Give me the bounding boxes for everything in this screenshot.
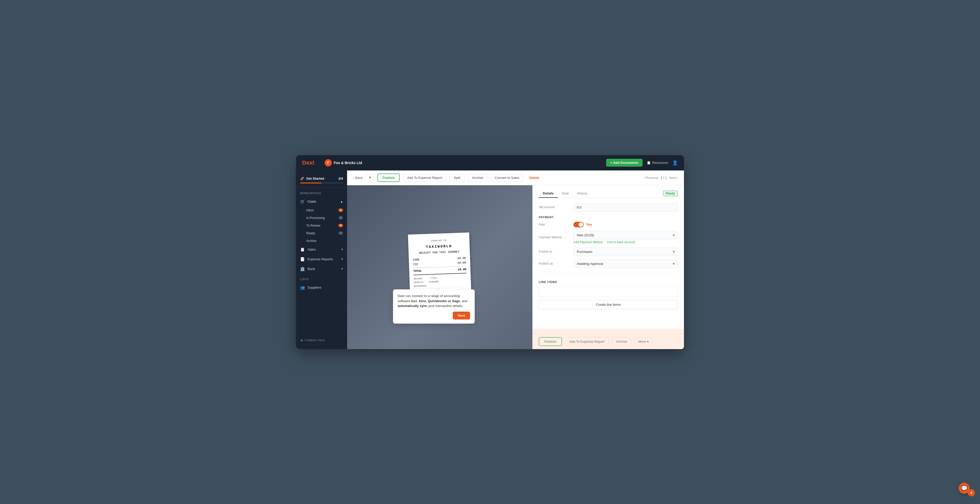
net-amount-input[interactable] xyxy=(573,203,678,211)
previous-button[interactable]: ‹ Previous xyxy=(643,176,659,180)
in-processing-label: In Processing xyxy=(306,216,325,220)
sidebar-item-ready[interactable]: Ready 0 xyxy=(296,229,347,237)
receipt-title: RECEIPT FOR TAXI JOURNEY xyxy=(413,249,466,256)
tab-note[interactable]: Note xyxy=(558,189,573,198)
sidebar-item-to-review[interactable]: To Review 1 xyxy=(296,222,347,229)
powered-by: powered by xyxy=(412,238,465,243)
panel-content: Net Amount PAYMENT Paid Yes xyxy=(533,198,684,334)
bottom-publish-button[interactable]: Publish xyxy=(539,337,562,346)
document-area: powered by TAXIWORLD RECEIPT FOR TAXI JO… xyxy=(347,185,684,349)
archive-button-toolbar[interactable]: Archive xyxy=(468,174,487,182)
payment-method-select[interactable]: New (5129) xyxy=(573,231,678,239)
company-selector[interactable]: F Fox & Bricks Ltd xyxy=(325,159,362,166)
back-button[interactable]: ‹ Back xyxy=(353,176,363,180)
tab-history[interactable]: History xyxy=(573,189,591,198)
back-arrow-icon: ‹ xyxy=(353,176,354,180)
get-started-label: Get Started xyxy=(306,176,324,180)
payment-links: Add Payment Method Link to bank account xyxy=(573,240,678,244)
user-menu-icon[interactable]: 👤 xyxy=(672,160,678,165)
ready-label: Ready xyxy=(306,231,315,235)
flag-button[interactable]: ⚑ xyxy=(366,174,374,181)
ready-badge: 0 xyxy=(339,231,343,235)
costs-icon: 🛒 xyxy=(300,199,305,204)
to-review-badge: 1 xyxy=(339,224,343,227)
expense-reports-icon: 📑 xyxy=(300,257,305,262)
app-logo: Dext xyxy=(302,159,314,166)
tab-details[interactable]: Details xyxy=(539,189,558,198)
delete-button[interactable]: Delete xyxy=(527,174,542,181)
more-button[interactable]: More ▾ xyxy=(635,337,652,346)
sidebar-item-sales[interactable]: 📋 Sales ▾ xyxy=(296,245,347,254)
publish-as-select[interactable]: Awaiting Approval xyxy=(573,259,678,268)
sidebar-item-expense-reports[interactable]: 📑 Expense Reports ▾ xyxy=(296,254,347,264)
resources-icon: 📋 xyxy=(647,161,651,165)
bank-icon: 🏦 xyxy=(300,267,305,271)
content-area: ‹ Back ⚑ Publish Add To Expense Report S… xyxy=(347,170,684,349)
sales-icon: 📋 xyxy=(300,247,305,252)
expense-reports-chevron-icon: ▾ xyxy=(342,258,343,261)
bottom-add-expense-button[interactable]: Add To Expense Report xyxy=(565,337,609,346)
link-bank-account-link[interactable]: Link to bank account xyxy=(607,240,635,244)
sidebar-item-archive[interactable]: Archive xyxy=(296,237,347,245)
payment-method-label: Payment Method xyxy=(539,235,570,239)
add-documents-button[interactable]: + Add Documents xyxy=(606,159,642,167)
create-line-items-button[interactable]: Create line items xyxy=(539,300,678,309)
publish-button-toolbar[interactable]: Publish xyxy=(377,173,400,182)
sales-label: Sales xyxy=(307,248,316,251)
paid-row: Paid Yes xyxy=(539,222,678,227)
tooltip-next-button[interactable]: Next xyxy=(453,312,470,320)
sales-chevron-icon: ▾ xyxy=(342,248,343,251)
receipt-area: powered by TAXIWORLD RECEIPT FOR TAXI JO… xyxy=(347,185,532,349)
inbox-badge: 1 xyxy=(339,208,343,212)
add-payment-method-link[interactable]: Add Payment Method xyxy=(573,240,603,244)
sidebar: 🚀 Get Started 2/4 WORKSPACES 🛒 Costs ▲ I… xyxy=(296,170,347,349)
resources-button[interactable]: 📋 Resources xyxy=(647,161,668,165)
sidebar-item-suppliers[interactable]: 👥 Suppliers xyxy=(296,283,347,293)
sidebar-item-costs[interactable]: 🛒 Costs ▲ xyxy=(296,197,347,207)
paid-yes-text: Yes xyxy=(586,223,592,226)
line-items-section: LINE ITEMS Create line items xyxy=(539,272,678,309)
workspaces-label: WORKSPACES xyxy=(296,192,347,197)
sidebar-item-in-processing[interactable]: In Processing 0 xyxy=(296,214,347,222)
inbox-label: Inbox xyxy=(306,208,313,212)
lists-label: LISTS xyxy=(296,278,347,283)
paid-toggle[interactable] xyxy=(573,222,584,227)
chat-icon: 💬 xyxy=(961,485,967,491)
in-processing-badge: 0 xyxy=(339,216,343,219)
convert-to-sales-button[interactable]: Convert to Sales xyxy=(490,174,524,182)
publish-to-row: Publish to Purchases xyxy=(539,248,678,256)
page-info: 1 / 1 xyxy=(660,176,667,180)
details-panel: Details Note History Ready Net Amount xyxy=(532,185,684,349)
sidebar-item-inbox[interactable]: Inbox 1 xyxy=(296,207,347,214)
archive-label: Archive xyxy=(306,239,317,243)
net-amount-row: Net Amount xyxy=(539,203,678,211)
pagination: ‹ Previous 1 / 1 Next › xyxy=(643,176,678,180)
next-button[interactable]: Next › xyxy=(669,176,678,180)
step-badge: 4 xyxy=(968,489,975,496)
split-button[interactable]: Split xyxy=(449,174,465,182)
bank-label: Bank xyxy=(307,267,315,271)
suppliers-icon: 👥 xyxy=(300,285,305,290)
expense-reports-label: Expense Reports xyxy=(307,257,333,261)
nav-right: + Add Documents 📋 Resources 👤 xyxy=(606,159,678,167)
sidebar-item-bank[interactable]: 🏦 Bank ▾ xyxy=(296,264,347,274)
add-expense-button[interactable]: Add To Expense Report xyxy=(403,174,446,182)
company-avatar: F xyxy=(325,159,332,166)
to-review-label: To Review xyxy=(306,224,320,227)
net-amount-label: Net Amount xyxy=(539,205,570,209)
payment-method-row: Payment Method New (5129) Add Payment Me… xyxy=(539,231,678,244)
collapse-menu-button[interactable]: ◀ Collapse menu xyxy=(296,335,347,345)
get-started-progress: 2/4 xyxy=(339,176,343,180)
collapse-icon: ◀ xyxy=(300,339,302,342)
receipt-company-name: TAXIWORLD xyxy=(412,243,466,250)
publish-as-row: Publish as Awaiting Approval xyxy=(539,259,678,268)
flag-icon: ⚑ xyxy=(369,176,372,180)
more-chevron-icon: ▾ xyxy=(647,340,649,343)
costs-label: Costs xyxy=(307,200,316,204)
bottom-archive-button[interactable]: Archive xyxy=(612,337,632,346)
document-toolbar: ‹ Back ⚑ Publish Add To Expense Report S… xyxy=(347,170,684,185)
publish-to-select[interactable]: Purchases xyxy=(573,248,678,256)
receipt-image: powered by TAXIWORLD RECEIPT FOR TAXI JO… xyxy=(347,185,532,349)
receipt-total-row: TOTAL£9.00 xyxy=(413,267,466,273)
panel-tabs: Details Note History Ready xyxy=(533,185,684,198)
